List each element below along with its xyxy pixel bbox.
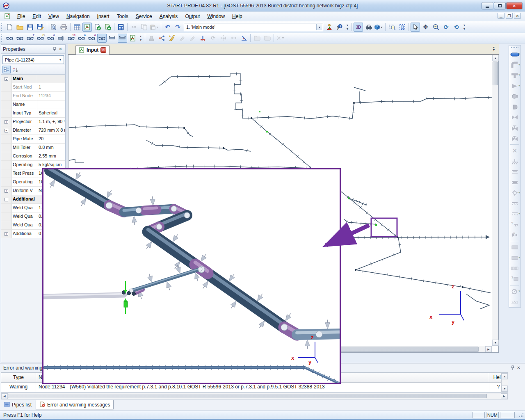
mirror-icon[interactable] xyxy=(219,34,228,43)
property-row[interactable]: +Projectior1.1 m, +, 90 ° xyxy=(1,118,65,126)
display-names-icon[interactable]: a xyxy=(46,34,55,43)
property-value[interactable]: 5 kgf/sq.cm xyxy=(37,161,65,169)
menu-analysis[interactable]: Analysis xyxy=(156,12,182,21)
close-panel-icon[interactable]: ✕ xyxy=(516,365,522,371)
display-diameters-icon[interactable]: O xyxy=(36,34,45,43)
tab-close-icon[interactable]: ✕ xyxy=(100,47,106,53)
collapse-icon[interactable]: - xyxy=(5,77,8,81)
messages-hscrollbar[interactable]: ◀ ▶ xyxy=(1,393,508,399)
scroll-right-icon[interactable]: ▶ xyxy=(485,346,492,352)
insert-spring-support-icon[interactable]: ▼ xyxy=(509,188,520,199)
property-value[interactable]: 20 xyxy=(37,135,65,143)
property-row[interactable]: Mill Toler0.8 mm xyxy=(1,144,65,152)
property-value[interactable]: 11234 xyxy=(37,92,65,100)
scroll-down-icon[interactable]: ▼ xyxy=(502,386,508,392)
column-header-type[interactable]: Type xyxy=(1,373,36,382)
tab-input[interactable]: Input ✕ xyxy=(75,45,110,55)
resize-grip[interactable] xyxy=(518,412,524,418)
menu-file[interactable]: File xyxy=(14,12,29,21)
open-file-icon[interactable] xyxy=(15,23,25,32)
close-button[interactable]: ✕ xyxy=(506,2,523,9)
property-value[interactable]: 0.8 mm xyxy=(37,144,65,152)
insert-gauge-icon[interactable]: ▼ xyxy=(509,286,520,297)
property-section[interactable]: -Main xyxy=(1,75,65,83)
split-pen-icon[interactable] xyxy=(188,34,197,43)
menu-view[interactable]: View xyxy=(45,12,63,21)
property-row[interactable]: Name xyxy=(1,100,65,109)
insert-pump-icon[interactable] xyxy=(509,91,520,102)
insert-hanger-icon[interactable]: ▼ xyxy=(509,209,520,219)
stretch-icon[interactable] xyxy=(229,34,238,43)
display-labels-a-icon[interactable]: a xyxy=(77,34,86,43)
expand-icon[interactable]: + xyxy=(5,120,8,124)
scroll-left-icon[interactable]: ◀ xyxy=(1,393,8,399)
scroll-up-icon[interactable]: ▲ xyxy=(502,373,508,379)
run-check-icon[interactable] xyxy=(103,23,112,32)
property-row[interactable]: Pipe Mate20 xyxy=(1,135,65,144)
delete-object-icon[interactable]: ✕▼ xyxy=(276,34,285,43)
paste-object-icon[interactable] xyxy=(262,34,272,43)
pin-icon[interactable] xyxy=(51,46,57,52)
tab-overflow-icon[interactable]: ▼▼ xyxy=(491,46,497,52)
edit-pen-icon[interactable] xyxy=(178,34,187,43)
insert-cross-icon[interactable]: ✕ xyxy=(509,146,520,156)
pin-icon[interactable] xyxy=(509,365,516,371)
insert-gate-valve-icon[interactable] xyxy=(509,123,520,133)
property-value[interactable]: 1.1 m, +, 90 ° xyxy=(37,118,65,126)
branch-icon[interactable] xyxy=(157,34,167,43)
menu-edit[interactable]: Edit xyxy=(29,12,45,21)
display-lengths-icon[interactable] xyxy=(107,34,117,43)
expand-icon[interactable]: + xyxy=(5,189,8,193)
insert-soil-icon[interactable] xyxy=(509,297,520,307)
insert-anchor-icon[interactable] xyxy=(198,34,208,43)
property-value[interactable]: 2.55 mm xyxy=(37,152,65,160)
print-preview-icon[interactable] xyxy=(49,23,58,32)
check-model-icon[interactable] xyxy=(93,23,102,32)
insert-check-valve-icon[interactable] xyxy=(509,133,520,144)
menu-output[interactable]: Output xyxy=(181,12,203,21)
insert-valve-m-icon[interactable]: M xyxy=(509,230,520,240)
save-as-icon[interactable] xyxy=(36,23,45,32)
paste-icon[interactable]: ▼ xyxy=(150,23,159,32)
angle-icon[interactable] xyxy=(239,34,249,43)
chevron-down-icon[interactable]: ▼ xyxy=(316,24,322,30)
property-value[interactable]: 720 mm X 8 r xyxy=(37,126,65,135)
input-mode-icon[interactable] xyxy=(82,23,92,32)
find-icon[interactable] xyxy=(364,23,373,32)
insert-anchor-support-icon[interactable] xyxy=(509,156,520,167)
display-option-2-icon[interactable] xyxy=(15,34,25,43)
calculator-icon[interactable] xyxy=(116,23,126,32)
minimize-button[interactable] xyxy=(482,2,493,9)
display-numbers-icon[interactable]: 10 xyxy=(66,34,76,43)
property-row[interactable]: Corrosion2.55 mm xyxy=(1,152,65,161)
expand-icon[interactable]: + xyxy=(5,129,8,132)
mdi-restore-button[interactable]: ❐ xyxy=(506,13,513,19)
rotate-icon[interactable]: ⟳ xyxy=(441,23,451,32)
toolbar-overflow-icon[interactable]: ▾▾ xyxy=(138,34,143,43)
zoom-extents-icon[interactable] xyxy=(397,23,407,32)
view-cube-icon[interactable]: ▼ xyxy=(374,23,383,32)
property-value[interactable]: Spherical xyxy=(37,109,65,117)
messages-vscrollbar[interactable]: ▲ ▼ xyxy=(501,373,508,392)
mdi-close-button[interactable]: ✕ xyxy=(514,13,521,19)
insert-custom-support-icon[interactable]: ? xyxy=(509,219,520,230)
property-row[interactable]: Start Nod1 xyxy=(1,83,65,92)
new-file-icon[interactable] xyxy=(5,23,14,32)
menu-navigation[interactable]: Navigation xyxy=(63,12,94,21)
view-3d-icon[interactable]: 3D xyxy=(354,23,363,32)
rotate-free-icon[interactable]: ⟲ xyxy=(452,23,461,32)
property-row[interactable]: Input TypSpherical xyxy=(1,109,65,118)
context-help-icon[interactable]: ? xyxy=(335,23,344,32)
alphabetical-sort-button[interactable]: AZ xyxy=(12,66,20,73)
redo-icon[interactable]: ↷ xyxy=(173,23,183,32)
categorized-view-button[interactable] xyxy=(2,66,11,73)
stamp-icon[interactable] xyxy=(147,34,156,43)
insert-reducer-icon[interactable]: ▼ xyxy=(509,81,520,91)
menu-insert[interactable]: Insert xyxy=(94,12,113,21)
display-supports-icon[interactable]: T xyxy=(25,34,35,43)
print-icon[interactable] xyxy=(59,23,68,32)
insert-tee-icon[interactable]: ▼ xyxy=(509,70,520,81)
scroll-right-icon[interactable]: ▶ xyxy=(501,393,507,399)
copy-icon[interactable] xyxy=(139,23,149,32)
insert-sliding-support-icon[interactable] xyxy=(509,167,520,177)
